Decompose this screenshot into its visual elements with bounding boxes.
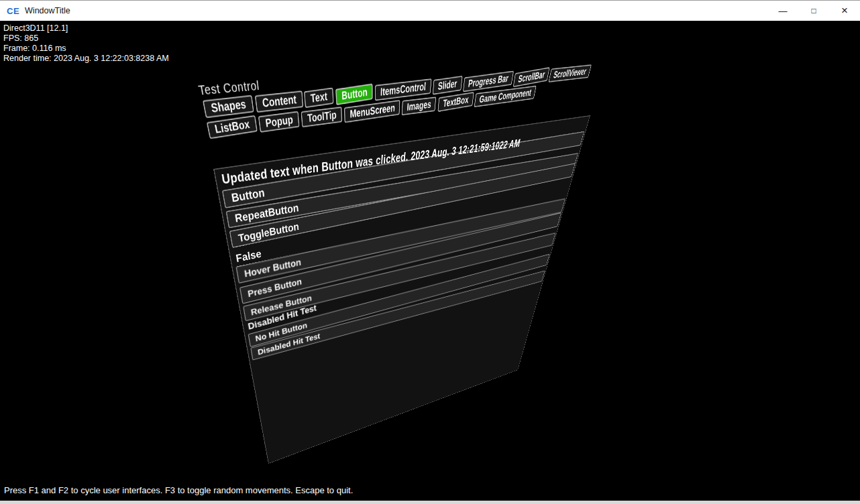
tab-button[interactable]: Button (335, 84, 373, 105)
debug-frame-time: Frame: 0.116 ms (3, 44, 169, 54)
maximize-button[interactable]: □ (798, 1, 829, 21)
tab-content[interactable]: Content (254, 90, 303, 113)
debug-fps: FPS: 865 (3, 34, 169, 44)
minimize-button[interactable]: — (767, 1, 798, 21)
render-canvas: Test Control Shapes Content Text Button … (0, 0, 860, 504)
window-bottom-border (0, 501, 860, 504)
debug-renderer: Direct3D11 [12.1] (3, 23, 169, 34)
app-window: Test Control Shapes Content Text Button … (0, 0, 860, 504)
panel-content: Updated text when Button was clicked. 20… (213, 115, 590, 464)
tab-listbox[interactable]: ListBox (207, 115, 258, 139)
tab-scrollbar[interactable]: ScrollBar (513, 67, 549, 87)
help-text: Press F1 and F2 to cycle user interfaces… (4, 485, 353, 495)
app-logo: CE (7, 6, 19, 16)
window-title: WindowTitle (25, 6, 70, 15)
debug-render-time: Render time: 2023 Aug. 3 12:22:03:8238 A… (3, 54, 169, 64)
tab-popup[interactable]: Popup (258, 111, 299, 133)
tab-images[interactable]: Images (402, 97, 437, 115)
tab-text[interactable]: Text (304, 88, 333, 109)
tab-menuscreen[interactable]: MenuScreen (344, 100, 400, 123)
window-controls: — □ × (767, 1, 860, 21)
tab-scrollviewer[interactable]: ScrollViewer (548, 64, 592, 82)
tab-textbox[interactable]: TextBox (437, 92, 474, 112)
test-control-panel: Test Control Shapes Content Text Button … (197, 52, 608, 464)
panel-title: Test Control (197, 77, 260, 98)
tab-itemscontrol[interactable]: ItemsControl (375, 78, 431, 101)
tab-slider[interactable]: Slider (433, 76, 463, 95)
tab-tooltip[interactable]: ToolTip (301, 107, 342, 127)
debug-overlay: Direct3D11 [12.1] FPS: 865 Frame: 0.116 … (3, 23, 169, 64)
tab-shapes[interactable]: Shapes (203, 95, 254, 119)
close-button[interactable]: × (829, 1, 860, 21)
window-titlebar: CE WindowTitle — □ × (0, 0, 860, 21)
